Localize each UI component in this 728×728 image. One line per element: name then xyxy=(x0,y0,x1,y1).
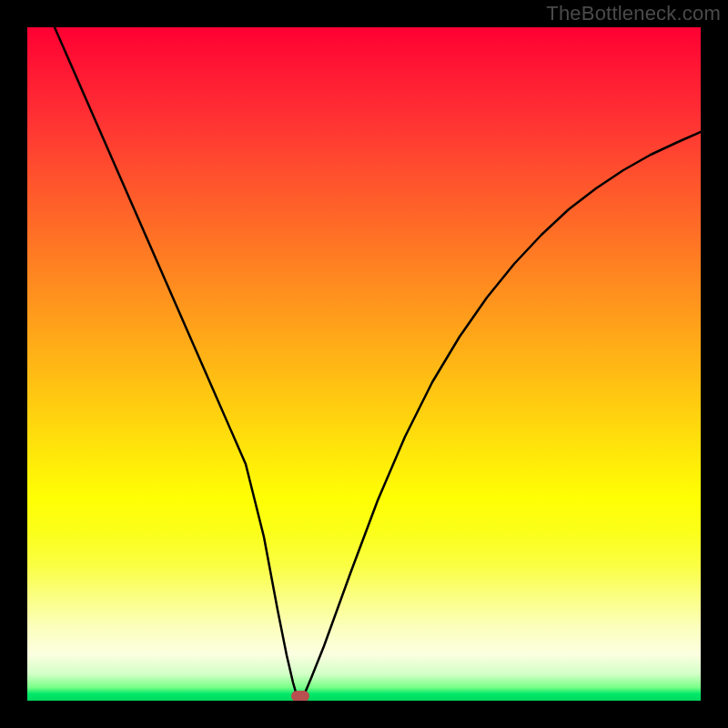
curve-path xyxy=(55,27,701,698)
plot-area xyxy=(27,27,701,701)
bottleneck-curve xyxy=(27,27,701,701)
optimal-point-marker xyxy=(291,691,309,701)
watermark-text: TheBottleneck.com xyxy=(546,2,721,25)
